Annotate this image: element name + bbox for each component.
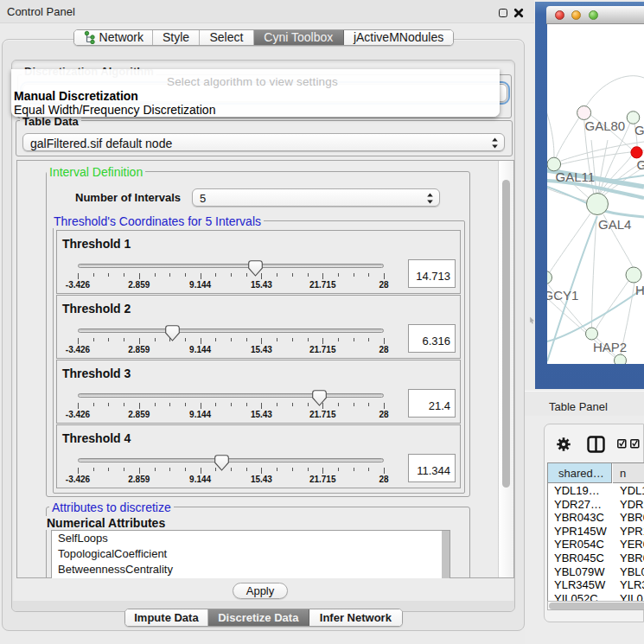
svg-text:HAP2: HAP2 [593, 340, 627, 354]
svg-text:GCY1: GCY1 [547, 288, 578, 303]
svg-text:GAL4: GAL4 [598, 217, 631, 232]
svg-text:GAL80: GAL80 [585, 118, 626, 133]
svg-text:GA: GA [637, 157, 644, 172]
svg-text:GA: GA [634, 123, 644, 137]
svg-text:HA: HA [635, 283, 644, 297]
svg-text:GAL11: GAL11 [556, 169, 596, 184]
